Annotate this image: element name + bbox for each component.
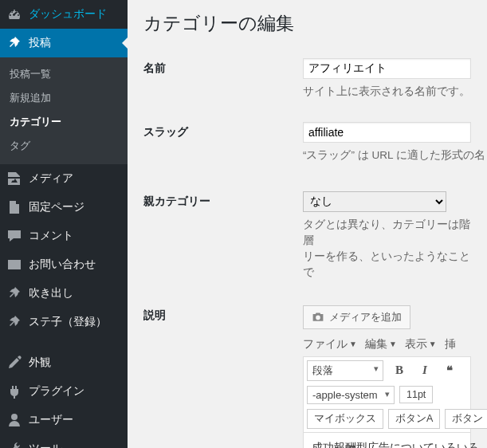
editor-menu-file[interactable]: ファイル ▼ — [303, 337, 357, 352]
bold-button[interactable]: B — [388, 360, 410, 380]
sidebar-item-posts[interactable]: 投稿 — [0, 29, 128, 57]
camera-music-icon — [312, 311, 324, 324]
submenu-item-tags[interactable]: タグ — [0, 134, 128, 158]
sidebar-item-contact[interactable]: お問い合わせ — [0, 250, 128, 279]
name-label: 名前 — [143, 58, 303, 76]
editor-menu-view[interactable]: 表示 ▼ — [405, 337, 437, 352]
editor-toolbar: 段落 B I ❝ -apple-system 11pt マイボックス ボタンA … — [303, 356, 471, 433]
sidebar-item-label: お問い合わせ — [29, 257, 96, 272]
editor-content-area[interactable]: 成功報酬型広告についていろいろ — [303, 433, 471, 449]
parent-label: 親カテゴリー — [143, 191, 303, 209]
sidebar-item-appearance[interactable]: 外観 — [0, 348, 128, 377]
quick-button-a[interactable]: ボタンA — [388, 409, 440, 429]
media-icon — [6, 171, 22, 187]
sidebar-item-label: 固定ページ — [29, 200, 84, 214]
parent-help: タグとは異なり、カテゴリーは階層 リーを作る、といったようなことで — [303, 217, 471, 281]
sidebar-item-label: プラグイン — [29, 384, 84, 399]
comment-icon — [6, 228, 22, 244]
font-size-select[interactable]: 11pt — [399, 386, 433, 403]
sidebar-item-label: ステ子（登録） — [29, 315, 107, 329]
slug-input[interactable] — [303, 122, 471, 143]
sidebar-item-label: 投稿 — [29, 36, 51, 50]
submenu-item-new-post[interactable]: 新規追加 — [0, 86, 128, 110]
slug-label: スラッグ — [143, 122, 303, 140]
add-media-button-label: メディアを追加 — [329, 310, 402, 324]
sidebar-item-dashboard[interactable]: ダッシュボード — [0, 0, 128, 29]
dashboard-icon — [6, 6, 22, 22]
admin-sidebar: ダッシュボード 投稿 投稿一覧 新規追加 カテゴリー タグ メディア 固定ページ… — [0, 0, 128, 448]
main-content: カテゴリーの編集 名前 サイト上に表示される名前です。 スラッグ “スラッグ” … — [128, 0, 487, 448]
quick-button-b[interactable]: ボタン — [445, 409, 487, 429]
description-label: 説明 — [143, 305, 303, 323]
sidebar-item-label: ツール — [29, 442, 62, 448]
pin-icon — [6, 285, 22, 301]
sidebar-item-tools[interactable]: ツール — [0, 434, 128, 448]
user-icon — [6, 412, 22, 428]
form-row-slug: スラッグ “スラッグ” は URL に適した形式の名 — [143, 111, 471, 163]
sidebar-separator — [0, 340, 128, 344]
add-media-button[interactable]: メディアを追加 — [303, 305, 410, 329]
quick-button-mybox[interactable]: マイボックス — [307, 409, 383, 429]
editor-menu-insert[interactable]: 挿 — [445, 337, 456, 352]
sidebar-item-plugins[interactable]: プラグイン — [0, 377, 128, 406]
name-help: サイト上に表示される名前です。 — [303, 84, 471, 100]
sidebar-item-users[interactable]: ユーザー — [0, 406, 128, 434]
sidebar-item-pages[interactable]: 固定ページ — [0, 193, 128, 222]
chevron-down-icon: ▼ — [429, 340, 437, 348]
sidebar-item-label: コメント — [29, 229, 73, 243]
format-select[interactable]: 段落 — [307, 360, 383, 381]
brush-icon — [6, 355, 22, 371]
sidebar-item-label: ダッシュボード — [29, 7, 107, 22]
blockquote-button[interactable]: ❝ — [439, 360, 460, 381]
sidebar-item-comments[interactable]: コメント — [0, 222, 128, 250]
pin-icon — [6, 314, 22, 330]
italic-button[interactable]: I — [415, 360, 434, 380]
sidebar-item-balloon[interactable]: 吹き出し — [0, 279, 128, 308]
mail-icon — [6, 257, 22, 273]
form-row-parent: 親カテゴリー なし タグとは異なり、カテゴリーは階層 リーを作る、といったような… — [143, 180, 471, 281]
editor-menu-edit[interactable]: 編集 ▼ — [365, 337, 397, 352]
wrench-icon — [6, 441, 22, 448]
sidebar-item-label: メディア — [29, 171, 73, 186]
submenu-item-all-posts[interactable]: 投稿一覧 — [0, 62, 128, 86]
plug-icon — [6, 383, 22, 399]
chevron-down-icon: ▼ — [389, 340, 397, 348]
submenu-item-categories[interactable]: カテゴリー — [0, 110, 128, 134]
pin-icon — [6, 35, 22, 51]
page-title: カテゴリーの編集 — [143, 11, 471, 36]
sidebar-item-label: ユーザー — [29, 413, 73, 427]
sidebar-submenu-posts: 投稿一覧 新規追加 カテゴリー タグ — [0, 57, 128, 164]
form-row-name: 名前 サイト上に表示される名前です。 — [143, 47, 471, 100]
sidebar-item-suteko[interactable]: ステ子（登録） — [0, 308, 128, 336]
page-icon — [6, 199, 22, 215]
slug-help: “スラッグ” は URL に適した形式の名 — [303, 147, 471, 163]
sidebar-item-media[interactable]: メディア — [0, 164, 128, 193]
name-input[interactable] — [303, 58, 471, 79]
chevron-down-icon: ▼ — [349, 340, 357, 348]
font-family-select[interactable]: -apple-system — [307, 386, 395, 404]
parent-select[interactable]: なし — [303, 191, 446, 212]
form-row-description: 説明 メディアを追加 ファイル ▼ 編集 ▼ 表示 ▼ 挿 段落 B I ❝ — [143, 294, 471, 449]
editor-menubar: ファイル ▼ 編集 ▼ 表示 ▼ 挿 — [303, 337, 471, 352]
sidebar-item-label: 外観 — [29, 356, 51, 370]
sidebar-item-label: 吹き出し — [29, 286, 73, 301]
